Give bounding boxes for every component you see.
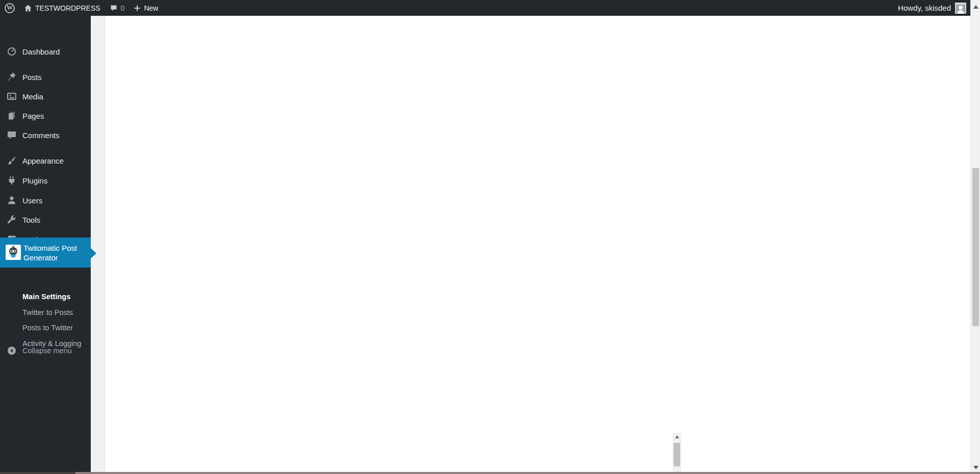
sidebar-item-label: Comments <box>22 131 60 140</box>
active-menu-arrow <box>91 248 96 258</box>
admin-bar: W TESTWORDPRESS 0 New Howdy, skisded <box>0 0 970 16</box>
sidebar-item-label: Appearance <box>22 156 64 165</box>
site-name-link[interactable]: TESTWORDPRESS <box>19 0 105 16</box>
plugin-menu-label-line1: Twitomatic Post <box>23 243 91 253</box>
howdy-label: Howdy, skisded <box>898 4 951 12</box>
submenu-item-main-settings[interactable]: Main Settings <box>0 292 91 302</box>
scrollbar-thumb[interactable] <box>674 443 680 466</box>
site-name-label: TESTWORDPRESS <box>35 4 100 12</box>
scroll-up-icon[interactable] <box>673 433 681 441</box>
comment-count: 0 <box>121 4 125 12</box>
home-icon <box>24 4 32 12</box>
submenu-label: Posts to Twitter <box>22 324 73 332</box>
plugin-menu-label-line2: Generator <box>23 253 91 262</box>
collapse-menu-label: Collapse menu <box>22 347 72 355</box>
dashboard-icon <box>7 46 17 57</box>
collapse-menu-button[interactable]: Collapse menu <box>0 345 91 356</box>
account-menu[interactable]: Howdy, skisded <box>898 3 970 14</box>
settings-content <box>105 16 970 472</box>
comments-admin-button[interactable]: 0 <box>105 0 130 16</box>
window-bottom-edge <box>0 472 980 474</box>
media-icon <box>7 91 17 101</box>
sidebar-item-comments[interactable]: Comments <box>0 129 91 141</box>
new-content-button[interactable]: New <box>129 0 163 16</box>
robot-icon <box>6 245 21 260</box>
sidebar-item-dashboard[interactable]: Dashboard <box>0 45 91 58</box>
plug-icon <box>7 175 17 186</box>
sidebar-item-label: Tools <box>22 216 40 224</box>
sidebar-item-label: Posts <box>22 73 42 82</box>
comment-bubble-icon <box>110 4 118 12</box>
submenu-item-posts-to-twitter[interactable]: Posts to Twitter <box>0 323 91 333</box>
comments-icon <box>7 130 17 140</box>
wordpress-logo-icon: W <box>5 3 15 13</box>
plus-icon <box>134 5 141 12</box>
scroll-down-icon[interactable] <box>971 463 980 472</box>
user-icon <box>7 195 17 205</box>
avatar <box>955 3 966 14</box>
sidebar-item-posts[interactable]: Posts <box>0 71 91 83</box>
pages-icon <box>7 111 17 121</box>
sidebar-item-appearance[interactable]: Appearance <box>0 154 91 167</box>
sidebar-item-label: Plugins <box>22 176 47 185</box>
submenu-item-twitter-to-posts[interactable]: Twitter to Posts <box>0 307 91 318</box>
submenu-label: Main Settings <box>22 293 70 301</box>
wordpress-menu-button[interactable]: W <box>0 0 19 16</box>
sidebar-item-media[interactable]: Media <box>0 90 91 102</box>
sidebar-item-plugins[interactable]: Plugins <box>0 174 91 187</box>
wrench-icon <box>7 215 17 225</box>
new-label: New <box>144 4 158 12</box>
sidebar-item-users[interactable]: Users <box>0 194 91 206</box>
sidebar-item-label: Media <box>22 92 43 101</box>
collapse-arrow-icon <box>7 346 17 356</box>
sidebar-item-tools[interactable]: Tools <box>0 214 91 226</box>
sidebar-item-label: Dashboard <box>22 47 60 56</box>
submenu-label: Twitter to Posts <box>22 308 73 317</box>
sidebar-item-label: Pages <box>22 112 44 120</box>
admin-sidebar: Dashboard Posts Media Pages Comments Ap <box>0 16 91 472</box>
sidebar-item-pages[interactable]: Pages <box>0 110 91 122</box>
page-scrollbar-thumb[interactable] <box>972 168 979 326</box>
brush-icon <box>7 155 17 166</box>
scroll-up-icon[interactable] <box>971 2 980 11</box>
page-scrollbar[interactable] <box>970 0 980 474</box>
sidebar-item-label: Users <box>22 196 42 205</box>
pushpin-icon <box>7 72 17 82</box>
synonyms-textarea-scrollbar[interactable] <box>673 433 681 474</box>
window-bottom-edge-dark <box>0 472 75 474</box>
sidebar-item-twitomatic-post-generator[interactable]: Twitomatic Post Generator <box>0 238 91 268</box>
